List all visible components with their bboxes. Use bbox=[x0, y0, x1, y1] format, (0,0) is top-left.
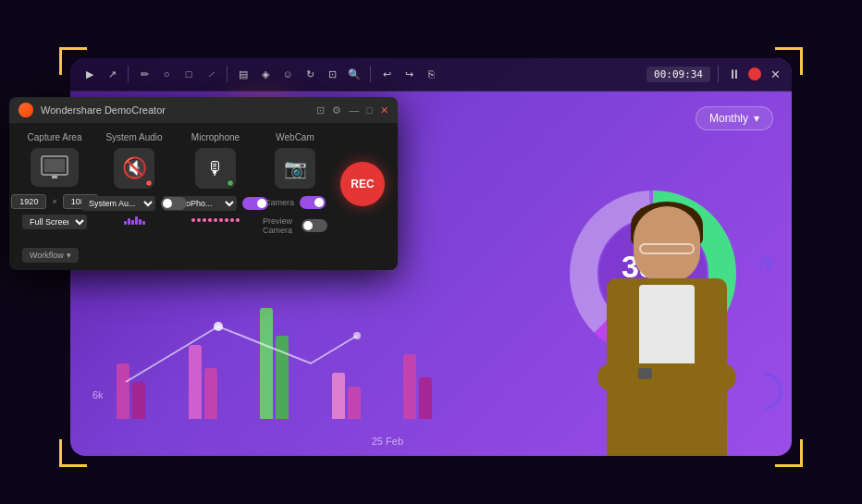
play-icon[interactable]: ▶ bbox=[81, 66, 98, 82]
dot-3 bbox=[203, 218, 206, 222]
size-separator: × bbox=[52, 197, 56, 206]
rec-label: REC bbox=[351, 178, 374, 191]
demo-bottom-row: Workflow ▾ bbox=[9, 244, 398, 270]
capture-area-icon-box[interactable] bbox=[31, 148, 79, 187]
toolbar-sep-4 bbox=[718, 66, 719, 82]
webcam-section: WebCam 📷 Camera Preview Camera bbox=[263, 132, 327, 235]
preview-text-label: Preview Camera bbox=[263, 216, 296, 235]
demo-titlebar: Wondershare DemoCreator ⊡ ⚙ — □ ✕ bbox=[9, 97, 398, 123]
dot-7 bbox=[225, 218, 228, 222]
capture-icon[interactable]: ⊡ bbox=[324, 66, 340, 82]
capture-area-section: Capture Area × Full Screen bbox=[22, 132, 87, 235]
person-image bbox=[570, 197, 764, 456]
settings-icon[interactable]: ⚙ bbox=[332, 104, 341, 117]
arms bbox=[597, 363, 736, 391]
microphone-icon: 🎙 bbox=[206, 158, 225, 179]
width-input[interactable] bbox=[11, 194, 46, 209]
expand-icon[interactable]: ⊡ bbox=[316, 104, 325, 117]
pen-icon[interactable]: ✏ bbox=[136, 66, 153, 82]
capture-icon-svg bbox=[40, 154, 69, 180]
svg-point-0 bbox=[214, 322, 223, 331]
mic-status-dot bbox=[227, 179, 234, 187]
demo-creator-panel: Wondershare DemoCreator ⊡ ⚙ — □ ✕ Captur… bbox=[9, 97, 398, 270]
pause-button[interactable]: ⏸ bbox=[726, 66, 743, 82]
bar-s6 bbox=[142, 221, 145, 225]
dot-4 bbox=[208, 218, 212, 222]
screen-toolbar: ▶ ↗ ✏ ○ □ ⟋ ▤ ◈ ☺ ↻ ⊡ 🔍 ↩ ↪ ⎘ 00:09:34 bbox=[70, 58, 792, 92]
app-icon bbox=[18, 103, 33, 117]
close-button[interactable]: ✕ bbox=[770, 68, 781, 81]
recording-timer: 00:09:34 bbox=[646, 67, 710, 82]
microphone-icon-box[interactable]: 🎙 bbox=[195, 148, 236, 189]
close-icon[interactable]: ✕ bbox=[380, 104, 388, 117]
minimize-icon[interactable]: — bbox=[349, 104, 359, 116]
bar-s5 bbox=[139, 219, 142, 225]
speaker-muted-icon: 🔇 bbox=[122, 156, 147, 180]
titlebar-icons: ⊡ ⚙ — □ ✕ bbox=[316, 104, 388, 117]
dot-2 bbox=[197, 218, 201, 222]
x-axis-label: 25 Feb bbox=[372, 436, 403, 447]
dot-8 bbox=[230, 218, 234, 222]
monthly-label: Monthly bbox=[709, 112, 748, 125]
record-indicator bbox=[748, 68, 761, 80]
rec-button[interactable]: REC bbox=[340, 162, 385, 206]
workflow-chevron-icon: ▾ bbox=[67, 251, 71, 260]
glasses bbox=[639, 243, 695, 254]
rotate-icon[interactable]: ↻ bbox=[302, 66, 318, 82]
svg-rect-9 bbox=[52, 176, 57, 178]
system-audio-section: System Audio 🔇 System Au... bbox=[100, 132, 168, 235]
toolbar-sep-3 bbox=[370, 66, 371, 82]
camera-controls: Camera bbox=[265, 196, 326, 209]
person-figure bbox=[570, 197, 764, 456]
maximize-icon[interactable]: □ bbox=[366, 104, 373, 116]
grid-icon[interactable]: ▤ bbox=[235, 66, 252, 82]
svg-rect-8 bbox=[44, 159, 65, 172]
cursor-icon[interactable]: ↗ bbox=[104, 66, 120, 82]
mic-level-dots bbox=[191, 218, 240, 222]
webcam-icon: 📷 bbox=[284, 157, 307, 179]
capture-area-label: Capture Area bbox=[28, 132, 82, 142]
emoji-icon[interactable]: ☺ bbox=[279, 66, 296, 82]
microphone-section: Microphone 🎙 MicroPho... bbox=[181, 132, 250, 235]
audio-status-dot bbox=[145, 179, 153, 187]
dot-9 bbox=[236, 218, 240, 222]
preview-controls: Preview Camera bbox=[263, 216, 327, 235]
webcam-icon-box[interactable]: 📷 bbox=[275, 148, 315, 189]
system-audio-controls: System Au... bbox=[81, 196, 187, 211]
camera-toggle[interactable] bbox=[300, 196, 326, 209]
bar-s4 bbox=[135, 216, 138, 225]
y-label-6k: 6k bbox=[92, 389, 104, 400]
donut-panel: Monthly ▾ bbox=[477, 92, 792, 456]
workflow-label: Workflow bbox=[30, 251, 64, 260]
demo-body: Capture Area × Full Screen bbox=[9, 123, 398, 244]
chart-line-svg bbox=[117, 271, 468, 419]
system-audio-dropdown[interactable]: System Au... bbox=[81, 196, 155, 211]
screen-mode-dropdown[interactable]: Full Screen bbox=[22, 215, 87, 229]
toolbar-sep-2 bbox=[227, 66, 228, 82]
bar-s1 bbox=[124, 221, 127, 225]
circle-icon[interactable]: ○ bbox=[158, 66, 175, 82]
chevron-down-icon: ▾ bbox=[754, 112, 759, 125]
microphone-toggle[interactable] bbox=[242, 197, 268, 210]
workflow-button[interactable]: Workflow ▾ bbox=[22, 248, 79, 263]
dot-6 bbox=[219, 218, 223, 222]
rect-icon[interactable]: □ bbox=[180, 66, 197, 82]
watch bbox=[638, 368, 652, 379]
redo-icon[interactable]: ↪ bbox=[400, 66, 417, 82]
zoom-icon[interactable]: 🔍 bbox=[346, 66, 363, 82]
undo-icon[interactable]: ↩ bbox=[378, 66, 395, 82]
line-icon[interactable]: ⟋ bbox=[203, 66, 219, 82]
system-audio-icon-box[interactable]: 🔇 bbox=[114, 148, 154, 189]
svg-point-1 bbox=[353, 332, 361, 339]
preview-toggle[interactable] bbox=[302, 219, 327, 232]
demo-title: Wondershare DemoCreator bbox=[41, 104, 309, 116]
camera-text-label: Camera bbox=[265, 198, 294, 207]
stamp-icon[interactable]: ◈ bbox=[257, 66, 274, 82]
system-audio-toggle[interactable] bbox=[161, 197, 187, 210]
copy-icon[interactable]: ⎘ bbox=[423, 66, 439, 82]
monthly-dropdown[interactable]: Monthly ▾ bbox=[696, 106, 773, 130]
dot-5 bbox=[214, 218, 217, 222]
dot-1 bbox=[191, 218, 195, 222]
toolbar-sep-1 bbox=[128, 66, 129, 82]
webcam-label: WebCam bbox=[276, 132, 314, 142]
